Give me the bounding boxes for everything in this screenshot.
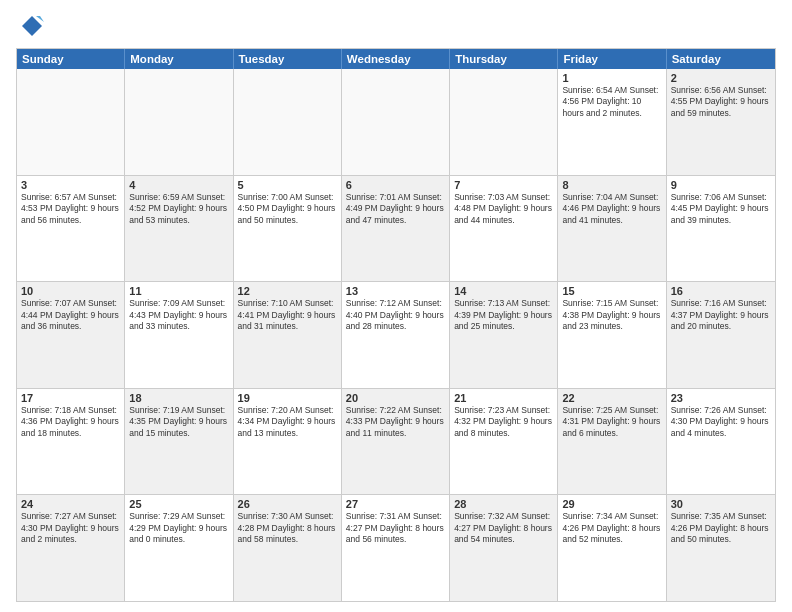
- header-day-friday: Friday: [558, 49, 666, 69]
- day-number: 30: [671, 498, 771, 510]
- empty-cell-0-1: [125, 69, 233, 175]
- day-info: Sunrise: 7:30 AM Sunset: 4:28 PM Dayligh…: [238, 511, 337, 545]
- day-number: 26: [238, 498, 337, 510]
- day-info: Sunrise: 6:57 AM Sunset: 4:53 PM Dayligh…: [21, 192, 120, 226]
- day-number: 21: [454, 392, 553, 404]
- day-info: Sunrise: 7:01 AM Sunset: 4:49 PM Dayligh…: [346, 192, 445, 226]
- day-number: 25: [129, 498, 228, 510]
- day-cell-7: 7Sunrise: 7:03 AM Sunset: 4:48 PM Daylig…: [450, 176, 558, 282]
- day-number: 11: [129, 285, 228, 297]
- calendar-row-4: 24Sunrise: 7:27 AM Sunset: 4:30 PM Dayli…: [17, 494, 775, 601]
- day-info: Sunrise: 7:10 AM Sunset: 4:41 PM Dayligh…: [238, 298, 337, 332]
- day-number: 15: [562, 285, 661, 297]
- day-cell-6: 6Sunrise: 7:01 AM Sunset: 4:49 PM Daylig…: [342, 176, 450, 282]
- calendar-row-1: 3Sunrise: 6:57 AM Sunset: 4:53 PM Daylig…: [17, 175, 775, 282]
- header-day-thursday: Thursday: [450, 49, 558, 69]
- day-cell-10: 10Sunrise: 7:07 AM Sunset: 4:44 PM Dayli…: [17, 282, 125, 388]
- header-day-monday: Monday: [125, 49, 233, 69]
- day-info: Sunrise: 7:18 AM Sunset: 4:36 PM Dayligh…: [21, 405, 120, 439]
- header: [16, 12, 776, 40]
- day-info: Sunrise: 7:07 AM Sunset: 4:44 PM Dayligh…: [21, 298, 120, 332]
- day-number: 28: [454, 498, 553, 510]
- day-cell-8: 8Sunrise: 7:04 AM Sunset: 4:46 PM Daylig…: [558, 176, 666, 282]
- day-info: Sunrise: 7:23 AM Sunset: 4:32 PM Dayligh…: [454, 405, 553, 439]
- day-number: 12: [238, 285, 337, 297]
- day-number: 1: [562, 72, 661, 84]
- calendar-row-3: 17Sunrise: 7:18 AM Sunset: 4:36 PM Dayli…: [17, 388, 775, 495]
- day-cell-18: 18Sunrise: 7:19 AM Sunset: 4:35 PM Dayli…: [125, 389, 233, 495]
- day-info: Sunrise: 7:31 AM Sunset: 4:27 PM Dayligh…: [346, 511, 445, 545]
- day-cell-13: 13Sunrise: 7:12 AM Sunset: 4:40 PM Dayli…: [342, 282, 450, 388]
- day-info: Sunrise: 7:26 AM Sunset: 4:30 PM Dayligh…: [671, 405, 771, 439]
- day-info: Sunrise: 7:04 AM Sunset: 4:46 PM Dayligh…: [562, 192, 661, 226]
- day-cell-17: 17Sunrise: 7:18 AM Sunset: 4:36 PM Dayli…: [17, 389, 125, 495]
- day-cell-26: 26Sunrise: 7:30 AM Sunset: 4:28 PM Dayli…: [234, 495, 342, 601]
- day-cell-29: 29Sunrise: 7:34 AM Sunset: 4:26 PM Dayli…: [558, 495, 666, 601]
- day-number: 2: [671, 72, 771, 84]
- day-cell-21: 21Sunrise: 7:23 AM Sunset: 4:32 PM Dayli…: [450, 389, 558, 495]
- day-info: Sunrise: 7:19 AM Sunset: 4:35 PM Dayligh…: [129, 405, 228, 439]
- day-info: Sunrise: 7:06 AM Sunset: 4:45 PM Dayligh…: [671, 192, 771, 226]
- day-cell-22: 22Sunrise: 7:25 AM Sunset: 4:31 PM Dayli…: [558, 389, 666, 495]
- day-number: 24: [21, 498, 120, 510]
- empty-cell-0-0: [17, 69, 125, 175]
- header-day-sunday: Sunday: [17, 49, 125, 69]
- day-cell-24: 24Sunrise: 7:27 AM Sunset: 4:30 PM Dayli…: [17, 495, 125, 601]
- day-cell-1: 1Sunrise: 6:54 AM Sunset: 4:56 PM Daylig…: [558, 69, 666, 175]
- svg-marker-0: [22, 16, 42, 36]
- day-cell-19: 19Sunrise: 7:20 AM Sunset: 4:34 PM Dayli…: [234, 389, 342, 495]
- day-info: Sunrise: 6:54 AM Sunset: 4:56 PM Dayligh…: [562, 85, 661, 119]
- day-cell-11: 11Sunrise: 7:09 AM Sunset: 4:43 PM Dayli…: [125, 282, 233, 388]
- day-number: 23: [671, 392, 771, 404]
- day-cell-20: 20Sunrise: 7:22 AM Sunset: 4:33 PM Dayli…: [342, 389, 450, 495]
- day-info: Sunrise: 7:13 AM Sunset: 4:39 PM Dayligh…: [454, 298, 553, 332]
- day-number: 3: [21, 179, 120, 191]
- day-cell-3: 3Sunrise: 6:57 AM Sunset: 4:53 PM Daylig…: [17, 176, 125, 282]
- day-info: Sunrise: 7:15 AM Sunset: 4:38 PM Dayligh…: [562, 298, 661, 332]
- logo-icon: [16, 12, 44, 40]
- day-number: 29: [562, 498, 661, 510]
- day-info: Sunrise: 7:34 AM Sunset: 4:26 PM Dayligh…: [562, 511, 661, 545]
- day-number: 4: [129, 179, 228, 191]
- day-info: Sunrise: 7:09 AM Sunset: 4:43 PM Dayligh…: [129, 298, 228, 332]
- day-info: Sunrise: 7:16 AM Sunset: 4:37 PM Dayligh…: [671, 298, 771, 332]
- day-cell-2: 2Sunrise: 6:56 AM Sunset: 4:55 PM Daylig…: [667, 69, 775, 175]
- empty-cell-0-3: [342, 69, 450, 175]
- day-number: 22: [562, 392, 661, 404]
- day-cell-14: 14Sunrise: 7:13 AM Sunset: 4:39 PM Dayli…: [450, 282, 558, 388]
- day-number: 8: [562, 179, 661, 191]
- page: SundayMondayTuesdayWednesdayThursdayFrid…: [0, 0, 792, 612]
- day-info: Sunrise: 6:56 AM Sunset: 4:55 PM Dayligh…: [671, 85, 771, 119]
- day-info: Sunrise: 7:35 AM Sunset: 4:26 PM Dayligh…: [671, 511, 771, 545]
- day-info: Sunrise: 7:29 AM Sunset: 4:29 PM Dayligh…: [129, 511, 228, 545]
- day-cell-12: 12Sunrise: 7:10 AM Sunset: 4:41 PM Dayli…: [234, 282, 342, 388]
- day-number: 14: [454, 285, 553, 297]
- day-cell-23: 23Sunrise: 7:26 AM Sunset: 4:30 PM Dayli…: [667, 389, 775, 495]
- day-number: 9: [671, 179, 771, 191]
- day-cell-30: 30Sunrise: 7:35 AM Sunset: 4:26 PM Dayli…: [667, 495, 775, 601]
- header-day-saturday: Saturday: [667, 49, 775, 69]
- day-cell-9: 9Sunrise: 7:06 AM Sunset: 4:45 PM Daylig…: [667, 176, 775, 282]
- day-number: 16: [671, 285, 771, 297]
- day-cell-27: 27Sunrise: 7:31 AM Sunset: 4:27 PM Dayli…: [342, 495, 450, 601]
- header-day-wednesday: Wednesday: [342, 49, 450, 69]
- day-cell-28: 28Sunrise: 7:32 AM Sunset: 4:27 PM Dayli…: [450, 495, 558, 601]
- calendar-body: 1Sunrise: 6:54 AM Sunset: 4:56 PM Daylig…: [17, 69, 775, 601]
- day-number: 19: [238, 392, 337, 404]
- day-number: 13: [346, 285, 445, 297]
- calendar-row-2: 10Sunrise: 7:07 AM Sunset: 4:44 PM Dayli…: [17, 281, 775, 388]
- day-number: 10: [21, 285, 120, 297]
- day-cell-4: 4Sunrise: 6:59 AM Sunset: 4:52 PM Daylig…: [125, 176, 233, 282]
- calendar-header: SundayMondayTuesdayWednesdayThursdayFrid…: [17, 49, 775, 69]
- day-cell-15: 15Sunrise: 7:15 AM Sunset: 4:38 PM Dayli…: [558, 282, 666, 388]
- day-number: 20: [346, 392, 445, 404]
- calendar: SundayMondayTuesdayWednesdayThursdayFrid…: [16, 48, 776, 602]
- logo: [16, 12, 48, 40]
- day-number: 18: [129, 392, 228, 404]
- day-info: Sunrise: 7:32 AM Sunset: 4:27 PM Dayligh…: [454, 511, 553, 545]
- empty-cell-0-4: [450, 69, 558, 175]
- day-info: Sunrise: 6:59 AM Sunset: 4:52 PM Dayligh…: [129, 192, 228, 226]
- day-info: Sunrise: 7:22 AM Sunset: 4:33 PM Dayligh…: [346, 405, 445, 439]
- day-info: Sunrise: 7:25 AM Sunset: 4:31 PM Dayligh…: [562, 405, 661, 439]
- day-info: Sunrise: 7:27 AM Sunset: 4:30 PM Dayligh…: [21, 511, 120, 545]
